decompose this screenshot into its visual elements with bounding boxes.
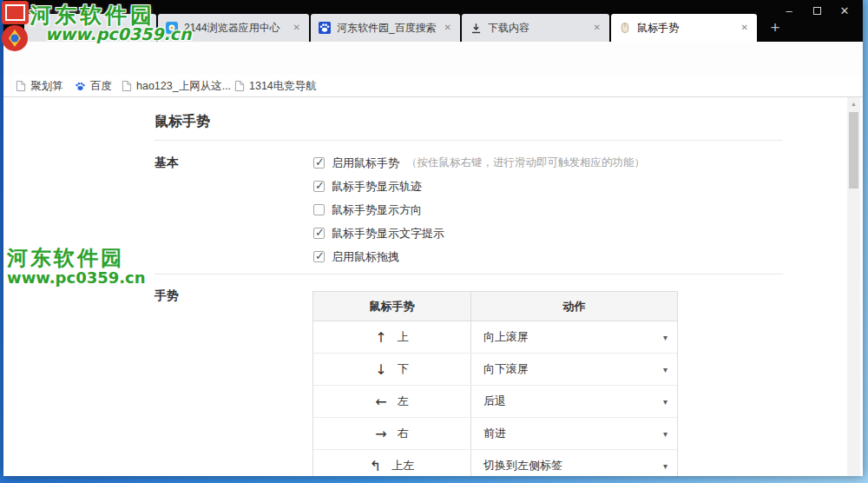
checkbox[interactable] (313, 181, 325, 192)
scrollbar: ▲ (847, 97, 860, 476)
gesture-cell: → 右 (313, 418, 471, 449)
arrow-right-icon: → (375, 426, 386, 442)
option-label: 鼠标手势显示方向 (332, 202, 422, 218)
gesture-cell: ↰ 上左 (313, 450, 471, 476)
bookmarks-bar: 聚划算 百度 hao123_上网从这... 1314电竞导航 (3, 75, 863, 97)
section-basic-label: 基本 (155, 155, 179, 171)
bookmark-doc-icon (234, 80, 245, 92)
option-note: （按住鼠标右键，进行滑动即可触发相应的功能） (406, 155, 645, 170)
tab-close-icon[interactable]: ✕ (292, 22, 302, 34)
checkbox[interactable] (313, 251, 325, 262)
action-dropdown[interactable]: 切换到左侧标签 ▾ (471, 450, 677, 476)
tab-close-icon[interactable]: ✕ (740, 22, 750, 34)
app-center-favicon-icon (165, 21, 179, 35)
gesture-name: 左 (398, 394, 409, 409)
download-favicon-icon (469, 21, 483, 35)
bookmark-1314nav[interactable]: 1314电竞导航 (234, 78, 317, 94)
action-value: 后退 (483, 394, 506, 409)
window-controls: – ✕ (778, 2, 856, 19)
bookmark-hao123[interactable]: hao123_上网从这... (122, 78, 231, 94)
section-gestures-label: 手势 (155, 288, 179, 304)
bookmark-label: 聚划算 (30, 79, 63, 94)
scrollbar-thumb[interactable] (849, 112, 858, 189)
dropdown-caret-icon: ▾ (663, 429, 667, 439)
tab-label: 鼠标手势 (637, 21, 734, 36)
option-label: 启用鼠标手势 (332, 155, 399, 171)
bookmark-label: 百度 (90, 79, 112, 94)
tab-hedong-search[interactable]: 河东软件园_百度搜索 ✕ (311, 14, 460, 42)
navigation-bar: ‹ › chrome://mousegestures-settings ★ › … (3, 42, 863, 75)
minimize-icon: – (786, 4, 792, 17)
option-label: 启用鼠标拖拽 (332, 249, 399, 265)
table-header: 鼠标手势 动作 (313, 292, 677, 321)
bookmark-label: hao123_上网从这... (136, 79, 231, 94)
checkbox[interactable] (313, 228, 325, 239)
dropdown-caret-icon: ▾ (663, 365, 667, 374)
option-show-trail[interactable]: 鼠标手势显示轨迹 (313, 179, 422, 194)
bookmark-juhuasuan[interactable]: 聚划算 (16, 78, 63, 94)
browser-window: – ✕ 2144浏览器应用中心 ✕ 河东软件园_百度搜索 ✕ 下载内容 (3, 0, 863, 476)
gesture-name: 下 (398, 361, 409, 377)
tab-mouse-gestures[interactable]: 鼠标手势 ✕ (611, 14, 757, 42)
arrow-down-icon: ↓ (375, 361, 386, 378)
scroll-up-button[interactable]: ▲ (847, 97, 860, 110)
tab-label: 2144浏览器应用中心 (184, 21, 286, 36)
action-value: 切换到左侧标签 (483, 458, 562, 473)
dropdown-caret-icon: ▾ (663, 397, 667, 407)
gestures-table: 鼠标手势 动作 ↑ 上 向上滚屏 ▾ ↓ 下 向下滚屏 (312, 291, 678, 476)
action-dropdown[interactable]: 前进 ▾ (471, 418, 677, 449)
maximize-icon (813, 7, 821, 15)
option-show-hint[interactable]: 鼠标手势显示文字提示 (313, 226, 444, 241)
paw-favicon-icon (318, 21, 332, 35)
arrow-up-icon: ↑ (375, 329, 386, 346)
gesture-row: → 右 前进 ▾ (313, 418, 677, 450)
gesture-name: 上左 (391, 458, 414, 473)
tab-close-icon[interactable]: ✕ (592, 22, 602, 34)
bookmark-doc-icon (122, 80, 132, 92)
action-dropdown[interactable]: 后退 ▾ (471, 386, 677, 417)
tab-downloads[interactable]: 下载内容 ✕ (462, 14, 609, 42)
tab-label: 下载内容 (488, 21, 587, 36)
maximize-button[interactable] (806, 2, 828, 19)
bookmark-doc-icon (16, 80, 26, 92)
option-enable-drag[interactable]: 启用鼠标拖拽 (313, 249, 399, 264)
option-show-direction[interactable]: 鼠标手势显示方向 (313, 202, 422, 217)
tab-label: 河东软件园_百度搜索 (337, 21, 437, 36)
minimize-button[interactable]: – (778, 2, 800, 19)
action-value: 前进 (483, 426, 506, 441)
bookmark-baidu[interactable]: 百度 (75, 78, 112, 94)
option-label: 鼠标手势显示轨迹 (332, 179, 422, 195)
action-value: 向上滚屏 (483, 329, 529, 345)
option-label: 鼠标手势显示文字提示 (332, 226, 444, 242)
dropdown-caret-icon: ▾ (663, 333, 667, 342)
divider (155, 274, 783, 275)
close-button[interactable]: ✕ (833, 2, 856, 19)
new-tab-button[interactable]: + (764, 17, 786, 38)
gesture-cell: ↑ 上 (313, 321, 471, 353)
option-enable-gestures[interactable]: 启用鼠标手势 （按住鼠标右键，进行滑动即可触发相应的功能） (313, 155, 645, 170)
checkbox[interactable] (313, 157, 325, 169)
gesture-row: ↓ 下 向下滚屏 ▾ (313, 354, 677, 386)
gesture-row: ← 左 后退 ▾ (313, 386, 677, 418)
checkbox[interactable] (313, 204, 325, 215)
gesture-row: ↰ 上左 切换到左侧标签 ▾ (313, 450, 677, 476)
gesture-name: 右 (398, 426, 409, 441)
tab-obscured[interactable] (24, 14, 156, 42)
gesture-row: ↑ 上 向上滚屏 ▾ (313, 321, 677, 354)
page-title: 鼠标手势 (155, 113, 210, 131)
bookmark-label: 1314电竞导航 (249, 79, 317, 94)
action-dropdown[interactable]: 向上滚屏 ▾ (471, 321, 677, 353)
divider (155, 140, 783, 141)
action-value: 向下滚屏 (483, 361, 529, 377)
close-icon: ✕ (840, 4, 850, 17)
dropdown-caret-icon: ▾ (663, 461, 667, 471)
settings-page: 鼠标手势 基本 启用鼠标手势 （按住鼠标右键，进行滑动即可触发相应的功能） 鼠标… (3, 97, 863, 476)
header-action: 动作 (471, 292, 677, 321)
action-dropdown[interactable]: 向下滚屏 ▾ (471, 354, 677, 385)
baidu-paw-icon (75, 81, 86, 92)
tab-close-icon[interactable]: ✕ (443, 22, 453, 34)
tab-app-center[interactable]: 2144浏览器应用中心 ✕ (158, 14, 309, 42)
arrow-up-left-icon: ↰ (370, 458, 381, 474)
header-gesture: 鼠标手势 (313, 292, 471, 321)
gesture-cell: ← 左 (313, 386, 471, 417)
